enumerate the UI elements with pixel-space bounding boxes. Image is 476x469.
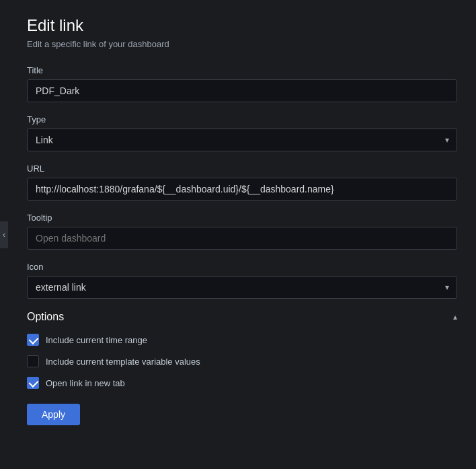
options-section: Options ▴ Include current time range Inc…: [27, 311, 457, 389]
apply-button[interactable]: Apply: [27, 404, 80, 425]
type-label: Type: [27, 114, 457, 124]
icon-select-wrapper: external link dashboard cloud bolt link …: [27, 276, 457, 299]
icon-select[interactable]: external link dashboard cloud bolt link: [27, 276, 457, 299]
checkbox-template-vars-group: Include current template variable values: [27, 355, 457, 367]
back-icon: ‹: [3, 230, 5, 240]
checkbox-new-tab-label[interactable]: Open link in new tab: [46, 378, 125, 388]
back-arrow-button[interactable]: ‹: [0, 221, 8, 248]
options-section-title: Options: [27, 311, 64, 323]
checkbox-template-vars-wrapper: [27, 355, 39, 367]
type-select-wrapper: Link Dashboards External ▾: [27, 129, 457, 151]
checkbox-template-vars-input[interactable]: [27, 355, 39, 367]
icon-label: Icon: [27, 262, 457, 272]
tooltip-input[interactable]: [27, 227, 457, 250]
icon-field-group: Icon external link dashboard cloud bolt …: [27, 262, 457, 299]
checkbox-time-range-label[interactable]: Include current time range: [46, 335, 147, 345]
options-section-header: Options ▴: [27, 311, 457, 323]
checkbox-time-range-group: Include current time range: [27, 334, 457, 346]
title-field-group: Title: [27, 65, 457, 102]
page-subtitle: Edit a specific link of your dashboard: [27, 39, 457, 49]
tooltip-field-group: Tooltip: [27, 213, 457, 250]
main-content: Edit link Edit a specific link of your d…: [8, 0, 476, 469]
checkbox-time-range-wrapper: [27, 334, 39, 346]
url-input[interactable]: [27, 178, 457, 201]
page-container: ‹ Edit link Edit a specific link of your…: [0, 0, 476, 469]
checkbox-template-vars-label[interactable]: Include current template variable values: [46, 357, 200, 367]
checkbox-new-tab-input[interactable]: [27, 377, 39, 389]
title-input[interactable]: [27, 79, 457, 102]
options-collapse-icon[interactable]: ▴: [453, 312, 457, 322]
title-label: Title: [27, 65, 457, 75]
checkbox-new-tab-wrapper: [27, 377, 39, 389]
page-title: Edit link: [27, 16, 457, 35]
url-label: URL: [27, 164, 457, 174]
url-field-group: URL: [27, 164, 457, 201]
type-field-group: Type Link Dashboards External ▾: [27, 114, 457, 151]
tooltip-label: Tooltip: [27, 213, 457, 223]
checkbox-new-tab-group: Open link in new tab: [27, 377, 457, 389]
checkbox-time-range-input[interactable]: [27, 334, 39, 346]
type-select[interactable]: Link Dashboards External: [27, 129, 457, 151]
